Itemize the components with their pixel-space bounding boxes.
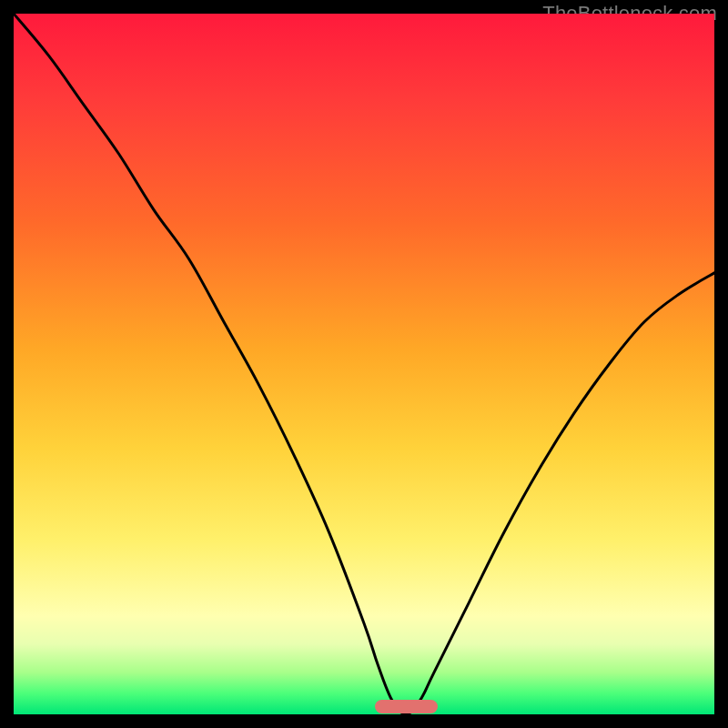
plot-area [14, 14, 714, 714]
curve-path [14, 14, 714, 714]
optimal-marker [375, 700, 438, 713]
bottleneck-curve [14, 14, 714, 714]
chart-outer-frame: TheBottleneck.com [0, 0, 728, 728]
